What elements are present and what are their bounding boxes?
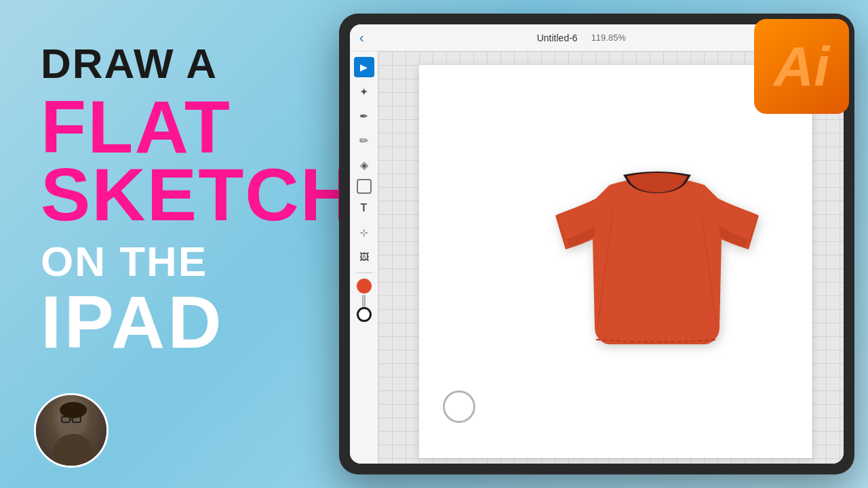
shape-tool[interactable] <box>357 179 372 194</box>
headline-line1: DRAW A <box>41 41 305 87</box>
tshirt-svg <box>542 131 772 382</box>
headline-line4: ON THE <box>41 239 305 285</box>
svg-point-1 <box>53 434 94 468</box>
zoom-level[interactable]: 119.85% <box>591 33 626 43</box>
select-tool[interactable]: ▶ <box>354 57 374 77</box>
pen-tool[interactable]: ✒ <box>354 106 374 126</box>
headline-line3: SKETCH <box>41 157 305 232</box>
transform-tool[interactable]: ⊹ <box>354 222 374 243</box>
eraser-tool[interactable]: ◈ <box>354 155 374 175</box>
direct-select-tool[interactable]: ✦ <box>354 81 374 102</box>
headline-line5: IPAD <box>41 285 305 359</box>
toolbar: ▶ ✦ ✒ ✏ ◈ T ⊹ 🖼 ∥ <box>350 52 378 464</box>
file-title: Untitled-6 <box>537 33 578 43</box>
back-button[interactable]: ‹ <box>359 30 364 45</box>
avatar <box>34 393 108 468</box>
tshirt-container <box>542 131 772 384</box>
stroke-color[interactable] <box>357 307 372 322</box>
pencil-tool[interactable]: ✏ <box>354 130 374 150</box>
ai-logo-text: Ai <box>774 39 829 94</box>
svg-point-5 <box>60 402 87 418</box>
text-tool[interactable]: T <box>354 198 374 218</box>
image-tool[interactable]: 🖼 <box>354 247 374 267</box>
tool-separator <box>356 272 372 273</box>
fill-color[interactable] <box>357 279 372 293</box>
pause-icon: ∥ <box>363 299 366 302</box>
avatar-image <box>36 395 106 466</box>
ai-logo: Ai <box>754 19 849 114</box>
touch-indicator <box>443 390 475 423</box>
